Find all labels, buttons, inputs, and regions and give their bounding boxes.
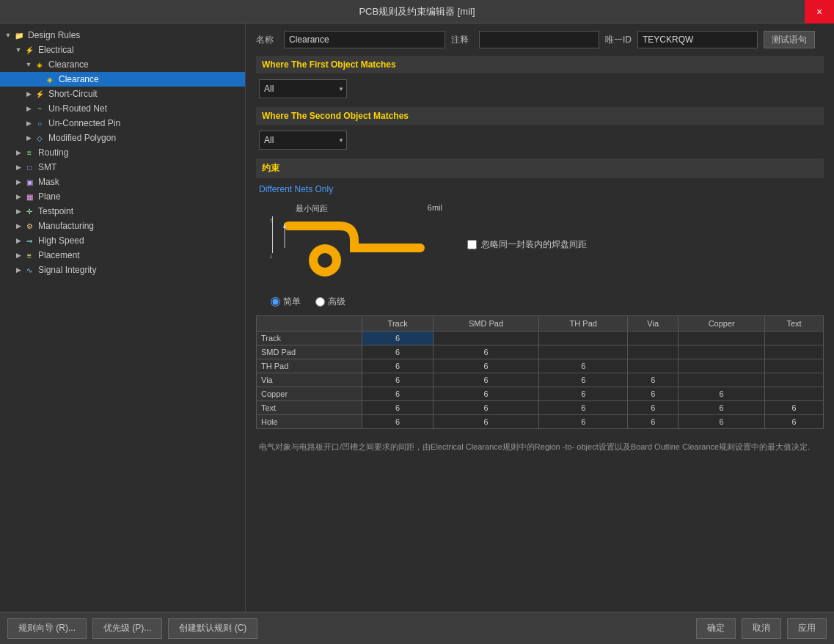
cell-1-3 [628, 345, 678, 359]
expand-arrow-clearance-item [34, 74, 44, 84]
cell-6-2[interactable]: 6 [539, 415, 628, 429]
ignore-pad-label: 忽略同一封装内的焊盘间距 [481, 238, 587, 251]
node-icon-placement: ≡ [23, 249, 35, 261]
cell-5-2[interactable]: 6 [539, 401, 628, 415]
table-row: SMD Pad66 [257, 345, 824, 359]
tree-node-un-routed-net[interactable]: ▶~Un-Routed Net [0, 101, 245, 116]
cell-3-3[interactable]: 6 [628, 373, 678, 387]
expand-arrow-testpoint: ▶ [13, 206, 23, 216]
cell-5-3[interactable]: 6 [628, 401, 678, 415]
cell-2-5 [765, 359, 824, 373]
cell-0-0[interactable]: 6 [362, 332, 433, 345]
cell-6-1[interactable]: 6 [433, 415, 538, 429]
arrow-down-icon: ↓ [269, 252, 273, 260]
comment-input[interactable] [479, 31, 599, 48]
cell-4-0[interactable]: 6 [362, 387, 433, 401]
tree-node-short-circuit[interactable]: ▶⚡Short-Circuit [0, 87, 245, 101]
node-label-un-routed-net: Un-Routed Net [48, 103, 107, 114]
cell-6-4[interactable]: 6 [678, 415, 765, 429]
cell-2-2[interactable]: 6 [539, 359, 628, 373]
checkbox-row: 忽略同一封装内的焊盘间距 [464, 238, 587, 251]
cell-4-3[interactable]: 6 [628, 387, 678, 401]
apply-button[interactable]: 应用 [787, 618, 827, 639]
test-button[interactable]: 测试语句 [764, 31, 815, 48]
arrow-up-icon: ↑ [269, 216, 273, 224]
cell-6-5[interactable]: 6 [765, 415, 824, 429]
cell-5-1[interactable]: 6 [433, 401, 538, 415]
confirm-button[interactable]: 确定 [696, 618, 736, 639]
cell-4-1[interactable]: 6 [433, 387, 538, 401]
cell-1-1[interactable]: 6 [433, 345, 538, 359]
tree-node-placement[interactable]: ▶≡Placement [0, 248, 245, 263]
cell-5-4[interactable]: 6 [678, 401, 765, 415]
cell-0-5 [765, 332, 824, 345]
radio-simple-option[interactable]: 简单 [271, 296, 301, 308]
row-label-2: TH Pad [257, 359, 362, 373]
tree-node-mask[interactable]: ▶▣Mask [0, 175, 245, 189]
ignore-pad-checkbox[interactable] [467, 240, 477, 249]
cell-2-0[interactable]: 6 [362, 359, 433, 373]
node-label-smt: SMT [38, 162, 56, 172]
cell-6-3[interactable]: 6 [628, 415, 678, 429]
clearance-diagram: 最小间距 6mil ↑ ↓ [259, 200, 450, 288]
node-icon-design-rules: 📁 [13, 29, 25, 41]
node-label-testpoint: Testpoint [38, 206, 73, 216]
node-label-routing: Routing [38, 147, 68, 158]
node-label-electrical: Electrical [38, 45, 74, 55]
expand-arrow-short-circuit: ▶ [23, 89, 34, 99]
cancel-button[interactable]: 取消 [742, 618, 781, 639]
cell-2-1[interactable]: 6 [433, 359, 538, 373]
tree-node-testpoint[interactable]: ▶✛Testpoint [0, 204, 245, 219]
table-header-2: SMD Pad [433, 316, 538, 332]
cell-3-0[interactable]: 6 [362, 373, 433, 387]
cell-3-2[interactable]: 6 [539, 373, 628, 387]
second-object-dropdown[interactable]: All [259, 131, 347, 150]
radio-advanced[interactable] [315, 297, 325, 307]
cell-6-0[interactable]: 6 [362, 415, 433, 429]
cell-4-4[interactable]: 6 [678, 387, 765, 401]
tree-node-design-rules[interactable]: ▼📁Design Rules [0, 28, 245, 43]
tree-node-signal-integrity[interactable]: ▶∿Signal Integrity [0, 263, 245, 277]
radio-simple[interactable] [271, 297, 280, 307]
cell-1-0[interactable]: 6 [362, 345, 433, 359]
id-input[interactable] [637, 31, 758, 48]
rule-wizard-button[interactable]: 规则向导 (R)... [7, 618, 87, 639]
tree-node-un-connected-pin[interactable]: ▶○Un-Connected Pin [0, 116, 245, 131]
radio-advanced-label: 高级 [328, 296, 345, 308]
cell-0-3 [628, 332, 678, 345]
cell-5-0[interactable]: 6 [362, 401, 433, 415]
row-label-1: SMD Pad [257, 345, 362, 359]
tree-node-high-speed[interactable]: ▶⇒High Speed [0, 233, 245, 248]
node-label-design-rules: Design Rules [28, 30, 80, 40]
tree-node-electrical[interactable]: ▼⚡Electrical [0, 43, 245, 57]
tree-node-clearance-item[interactable]: ◈Clearance [0, 72, 245, 87]
table-header-5: Copper [678, 316, 765, 332]
tree-node-plane[interactable]: ▶▦Plane [0, 189, 245, 204]
name-input[interactable] [284, 31, 445, 48]
cell-4-2[interactable]: 6 [539, 387, 628, 401]
priority-button[interactable]: 优先级 (P)... [92, 618, 162, 639]
cell-5-5[interactable]: 6 [765, 401, 824, 415]
right-panel: 名称 注释 唯一ID 测试语句 Where The First Object M… [246, 23, 834, 612]
cell-3-1[interactable]: 6 [433, 373, 538, 387]
table-header-0 [257, 316, 362, 332]
node-icon-manufacturing: ⚙ [23, 220, 35, 232]
cell-3-5 [765, 373, 824, 387]
second-object-dropdown-row: All ▼ [256, 131, 824, 150]
tree-node-modified-polygon[interactable]: ▶◇Modified Polygon [0, 131, 245, 145]
footer-text: 电气对象与电路板开口/凹槽之间要求的间距，由Electrical Clearan… [256, 436, 824, 458]
tree-node-routing[interactable]: ▶≡Routing [0, 145, 245, 160]
node-label-signal-integrity: Signal Integrity [38, 265, 96, 275]
radio-advanced-option[interactable]: 高级 [315, 296, 345, 308]
tree-node-smt[interactable]: ▶□SMT [0, 160, 245, 175]
tree-node-clearance-group[interactable]: ▼◈Clearance [0, 57, 245, 72]
create-default-button[interactable]: 创建默认规则 (C) [168, 618, 257, 639]
expand-arrow-clearance-group: ▼ [23, 59, 34, 70]
close-button[interactable]: × [805, 0, 834, 23]
main-container: ▼📁Design Rules▼⚡Electrical▼◈Clearance◈Cl… [0, 23, 834, 612]
table-row: Copper66666 [257, 387, 824, 401]
node-icon-modified-polygon: ◇ [34, 132, 45, 144]
first-object-dropdown[interactable]: All [259, 79, 347, 98]
expand-arrow-modified-polygon: ▶ [23, 133, 34, 143]
tree-node-manufacturing[interactable]: ▶⚙Manufacturing [0, 219, 245, 233]
